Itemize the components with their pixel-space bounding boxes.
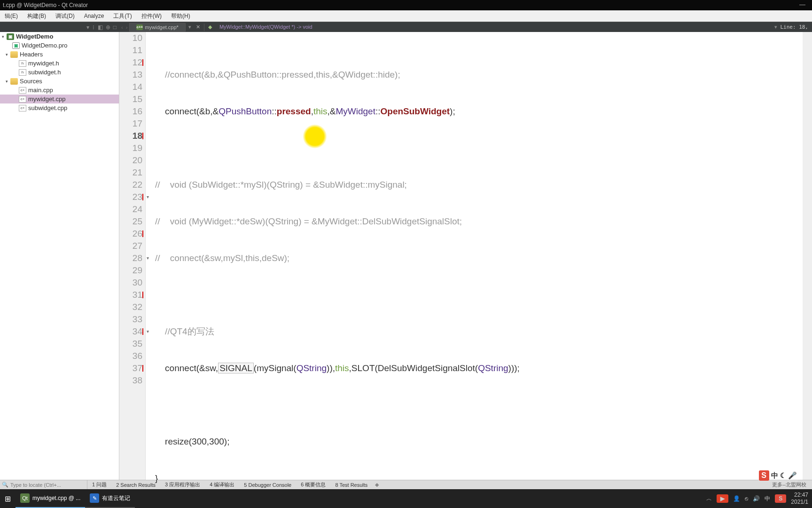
menu-analyze[interactable]: Analyze bbox=[79, 12, 109, 20]
windows-taskbar: ⊞ Qt mywidget.cpp @ ... ✎ 有道云笔记 ︿ ▶ 👤 ⎋ … bbox=[0, 489, 812, 508]
fold-icon[interactable]: ▾ bbox=[147, 329, 149, 334]
tree-header-file[interactable]: h subwidget.h bbox=[0, 68, 119, 77]
nav-back-icon[interactable]: ‹ bbox=[121, 24, 123, 30]
main-split: ▾ ▣ WidgetDemo ▣ WidgetDemo.pro ▾ Header… bbox=[0, 32, 812, 480]
project-sidebar: ▾ ▣ WidgetDemo ▣ WidgetDemo.pro ▾ Header… bbox=[0, 32, 119, 480]
filter2-icon[interactable]: ⫶ bbox=[92, 24, 95, 31]
code-editor[interactable]: 1011121314151617181920212223242526272829… bbox=[119, 32, 812, 480]
fold-icon[interactable]: ▾ bbox=[147, 194, 149, 199]
folder-icon bbox=[10, 78, 18, 85]
source-file-label: main.cpp bbox=[28, 87, 53, 94]
code-area[interactable]: //connect(&b,&QPushButton::pressed,this,… bbox=[154, 32, 803, 480]
menubar: 辑(E) 构建(B) 调试(D) Analyze 工具(T) 控件(W) 帮助(… bbox=[0, 10, 812, 22]
ime-floating-bar[interactable]: S 中 ☾ 🎤 bbox=[758, 469, 798, 482]
headers-label: Headers bbox=[20, 51, 43, 58]
nav-fwd-icon[interactable]: › bbox=[126, 24, 128, 30]
sources-label: Sources bbox=[20, 78, 42, 85]
cpp-file-icon: c++ bbox=[136, 24, 143, 30]
header-file-label: mywidget.h bbox=[28, 60, 59, 67]
fold-column: ▾ ▾ ▾ bbox=[146, 32, 154, 480]
editor-toolbar: ▾ ⫶ ◧ ⊕ □ ‹ › c++ mywidget.cpp* ▾ ✕ ◆ My… bbox=[0, 22, 812, 32]
source-file-label: subwidget.cpp bbox=[28, 104, 67, 111]
open-file-chip[interactable]: c++ mywidget.cpp* bbox=[129, 23, 186, 32]
tree-headers-folder[interactable]: ▾ Headers bbox=[0, 50, 119, 59]
task-label: 有道云笔记 bbox=[102, 494, 130, 502]
header-file-label: subwidget.h bbox=[28, 69, 61, 76]
vertical-scrollbar[interactable] bbox=[803, 32, 812, 480]
menu-tools[interactable]: 工具(T) bbox=[109, 11, 136, 21]
project-icon: ▣ bbox=[7, 33, 14, 40]
tree-project-root[interactable]: ▾ ▣ WidgetDemo bbox=[0, 32, 119, 41]
folder-icon bbox=[10, 51, 18, 58]
tree-sources-folder[interactable]: ▾ Sources bbox=[0, 77, 119, 86]
output-pane-issues[interactable]: 1 问题 bbox=[87, 481, 111, 488]
tray-app-icon[interactable]: ▶ bbox=[717, 494, 728, 503]
tray-people-icon[interactable]: 👤 bbox=[733, 495, 740, 502]
close-file-icon[interactable]: ✕ bbox=[194, 24, 202, 30]
source-file-label: mywidget.cpp bbox=[28, 95, 65, 103]
tray-volume-icon[interactable]: 🔊 bbox=[753, 495, 760, 502]
menu-debug[interactable]: 调试(D) bbox=[51, 11, 79, 21]
tray-sogou-icon[interactable]: S bbox=[775, 494, 786, 503]
menu-edit[interactable]: 辑(E) bbox=[0, 11, 23, 21]
pro-file-icon: ▣ bbox=[12, 42, 20, 49]
menu-help[interactable]: 帮助(H) bbox=[166, 11, 195, 21]
locator-input[interactable] bbox=[10, 482, 85, 488]
menu-widgets[interactable]: 控件(W) bbox=[137, 11, 166, 21]
search-icon: 🔍 bbox=[2, 482, 8, 488]
h-file-icon: h bbox=[19, 69, 26, 76]
sync-icon[interactable]: ◧ bbox=[98, 24, 103, 31]
qt-icon: Qt bbox=[20, 493, 30, 503]
tree-source-file[interactable]: c+ subwidget.cpp bbox=[0, 103, 119, 112]
project-name-label: WidgetDemo bbox=[16, 33, 53, 40]
pro-file-label: WidgetDemo.pro bbox=[22, 42, 68, 49]
sogou-badge-icon: S bbox=[759, 470, 769, 481]
line-column-info: Line: 18, bbox=[780, 24, 812, 30]
clock-time: 22:47 bbox=[791, 492, 808, 499]
file-dropdown-icon[interactable]: ▾ bbox=[186, 24, 194, 30]
start-button[interactable]: ⊞ bbox=[0, 494, 16, 503]
cpp-file-icon: c+ bbox=[19, 96, 26, 103]
cpp-file-icon: c+ bbox=[19, 105, 26, 111]
system-clock[interactable]: 22:47 2021/1 bbox=[791, 492, 808, 506]
split-icon[interactable]: □ bbox=[113, 24, 117, 31]
clock-date: 2021/1 bbox=[791, 499, 808, 506]
tray-ime-icon[interactable]: 中 bbox=[765, 495, 770, 503]
cpp-file-icon: c+ bbox=[19, 87, 26, 94]
ime-status-text: 中 ☾ 🎤 bbox=[771, 471, 797, 480]
line-gutter: 1011121314151617181920212223242526272829… bbox=[119, 32, 146, 480]
tree-source-file-active[interactable]: c+ mywidget.cpp bbox=[0, 95, 119, 103]
open-file-name: mywidget.cpp* bbox=[145, 24, 179, 30]
h-file-icon: h bbox=[19, 60, 26, 67]
breadcrumb[interactable]: MyWidget::MyWidget(QWidget *) -> void bbox=[214, 24, 312, 30]
tree-pro-file[interactable]: ▣ WidgetDemo.pro bbox=[0, 41, 119, 50]
note-icon: ✎ bbox=[90, 493, 99, 503]
locator[interactable]: 🔍 bbox=[0, 480, 87, 489]
taskbar-item-qtcreator[interactable]: Qt mywidget.cpp @ ... bbox=[16, 489, 85, 508]
tray-chevron-icon[interactable]: ︿ bbox=[706, 495, 712, 503]
tree-header-file[interactable]: h mywidget.h bbox=[0, 59, 119, 68]
output-pane-search[interactable]: 2 Search Results bbox=[111, 482, 160, 488]
expand-icon[interactable]: ⊕ bbox=[106, 24, 110, 31]
window-titlebar: t.cpp @ WidgetDemo - Qt Creator — bbox=[0, 0, 812, 10]
window-title: t.cpp @ WidgetDemo - Qt Creator bbox=[3, 2, 88, 8]
fold-icon[interactable]: ▾ bbox=[147, 255, 149, 261]
tray-wifi-icon[interactable]: ⎋ bbox=[745, 495, 748, 502]
filter-icon[interactable]: ▾ bbox=[86, 24, 89, 31]
tree-source-file[interactable]: c+ main.cpp bbox=[0, 86, 119, 95]
window-minimize-icon[interactable]: — bbox=[799, 1, 805, 8]
taskbar-item-youdao[interactable]: ✎ 有道云笔记 bbox=[85, 489, 135, 508]
task-label: mywidget.cpp @ ... bbox=[32, 495, 80, 501]
symbol-icon: ◆ bbox=[206, 24, 214, 30]
breadcrumb-dropdown-icon[interactable]: ▾ bbox=[772, 24, 780, 30]
menu-build[interactable]: 构建(B) bbox=[23, 11, 51, 21]
